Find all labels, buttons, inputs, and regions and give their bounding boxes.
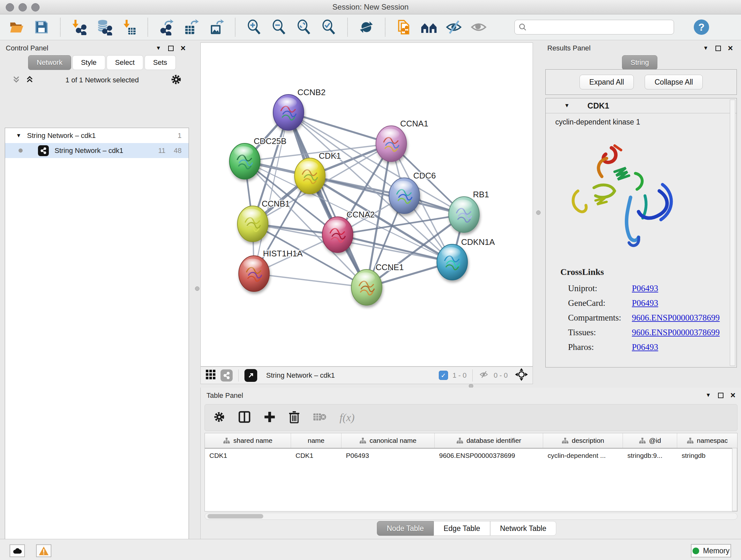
cell-name[interactable]: CDK1 [291, 449, 341, 462]
scrollbar-thumb[interactable] [207, 514, 263, 518]
maximize-panel-icon[interactable] [716, 46, 721, 51]
zoom-out-button[interactable] [271, 19, 287, 36]
tab-network[interactable]: Network [28, 55, 71, 70]
hide-selected-button[interactable] [446, 19, 462, 36]
table-row[interactable]: CDK1 CDK1 P06493 9606.ENSP00000378699 cy… [205, 449, 737, 462]
network-node-ccna1[interactable]: CCNA1 [376, 119, 428, 162]
help-button[interactable]: ? [694, 19, 709, 35]
column-header[interactable]: canonical name [341, 433, 434, 448]
network-node-cdc6[interactable]: CDC6 [389, 171, 436, 213]
expand-all-networks-icon[interactable] [12, 75, 20, 85]
crosslink-value[interactable]: P06493 [632, 296, 658, 310]
crosslink-value[interactable]: P06493 [632, 281, 658, 296]
network-node-hist1h1a[interactable]: HIST1H1A [239, 249, 303, 292]
tab-edge-table[interactable]: Edge Table [434, 521, 490, 536]
column-header[interactable]: description [543, 433, 623, 448]
crosslink-value[interactable]: P06493 [632, 340, 658, 354]
collapse-all-networks-icon[interactable] [25, 75, 34, 85]
birdseye-crosshair-icon[interactable] [515, 368, 528, 383]
column-header[interactable]: name [291, 433, 341, 448]
zoom-window-button[interactable] [31, 3, 40, 11]
warnings-button[interactable] [36, 544, 51, 557]
delete-column-trash-icon[interactable] [288, 411, 300, 425]
float-panel-icon[interactable]: ▼ [156, 45, 161, 51]
memory-button[interactable]: Memory [691, 544, 731, 557]
apply-layout-button[interactable] [358, 19, 375, 36]
tab-sets[interactable]: Sets [145, 55, 176, 70]
show-all-button[interactable] [470, 19, 487, 36]
node-label: CCNA2 [347, 210, 375, 219]
float-panel-icon[interactable]: ▼ [703, 45, 709, 51]
left-splitter-handle[interactable] [195, 287, 199, 291]
network-node-rb1[interactable]: RB1 [449, 190, 489, 233]
crosslink-value[interactable]: 9606.ENSP00000378699 [632, 325, 720, 340]
birdseye-grid-icon[interactable] [205, 369, 216, 382]
cell-namespace[interactable]: stringdb [677, 449, 737, 462]
network-collection-row[interactable]: ▼ String Network – cdk1 1 [5, 128, 189, 143]
minimize-window-button[interactable] [18, 3, 27, 11]
open-in-new-window-icon[interactable] [245, 369, 257, 382]
cdk1-section-header[interactable]: ▼ CDK1 [546, 98, 737, 113]
crosslink-value[interactable]: 9606.ENSP00000378699 [632, 310, 720, 325]
cell-id[interactable]: stringdb:9... [623, 449, 677, 462]
first-neighbors-button[interactable] [421, 19, 437, 36]
tab-style[interactable]: Style [72, 55, 105, 70]
network-node-cdkn1a[interactable]: CDKN1A [437, 237, 495, 280]
results-vertical-scrollbar[interactable] [730, 100, 735, 366]
export-network-button[interactable] [158, 19, 175, 36]
column-header[interactable]: @id [623, 433, 677, 448]
right-splitter-handle[interactable] [536, 210, 541, 215]
network-options-gear-icon[interactable] [171, 74, 182, 86]
network-share-icon[interactable] [220, 369, 232, 381]
import-network-from-database-button[interactable] [96, 19, 112, 36]
zoom-selected-button[interactable] [320, 19, 337, 36]
close-panel-icon[interactable]: × [731, 393, 736, 398]
export-image-button[interactable] [208, 19, 225, 36]
tab-node-table[interactable]: Node Table [377, 521, 434, 536]
cell-canonical-name[interactable]: P06493 [341, 449, 434, 462]
create-column-plus-icon[interactable] [264, 411, 276, 424]
tab-select[interactable]: Select [107, 55, 143, 70]
expand-all-button[interactable]: Expand All [580, 75, 634, 89]
export-image-icon [208, 19, 225, 36]
column-header[interactable]: shared name [205, 433, 291, 448]
tab-network-table[interactable]: Network Table [490, 521, 556, 536]
network-node-ccnb1[interactable]: CCNB1 [238, 199, 290, 242]
network-node-cdk1[interactable]: CDK1 [294, 151, 341, 194]
float-panel-icon[interactable]: ▼ [705, 392, 711, 398]
table-settings-gear-icon[interactable] [213, 411, 225, 424]
string-network-graph[interactable]: CCNB2CCNA1CDC25BCDK1CDC6RB1CCNB1CCNA2CDK… [201, 43, 533, 366]
selected-checkbox-icon[interactable]: ✓ [439, 371, 448, 380]
hidden-eye-icon[interactable] [478, 370, 489, 381]
search-input[interactable] [527, 23, 665, 32]
network-node-ccnb2[interactable]: CCNB2 [273, 87, 326, 130]
maximize-panel-icon[interactable] [168, 46, 174, 51]
tab-string[interactable]: String [622, 55, 657, 70]
show-columns-icon[interactable] [238, 411, 251, 425]
zoom-in-button[interactable] [246, 19, 262, 36]
cell-shared-name[interactable]: CDK1 [205, 449, 291, 462]
collapse-all-button[interactable]: Collapse All [645, 75, 703, 89]
column-header[interactable]: database identifier [434, 433, 543, 448]
export-table-button[interactable] [183, 19, 200, 36]
section-collapse-icon[interactable]: ▼ [564, 103, 569, 109]
new-network-from-selection-button[interactable] [396, 19, 412, 36]
column-header[interactable]: namespac [677, 433, 737, 448]
close-panel-icon[interactable]: × [728, 46, 733, 51]
zoom-fit-button[interactable] [295, 19, 312, 36]
open-session-button[interactable] [8, 19, 25, 36]
maximize-panel-icon[interactable] [718, 393, 724, 398]
table-vertical-scrollbar[interactable] [732, 448, 737, 511]
collection-expander-icon[interactable]: ▼ [16, 132, 21, 139]
table-horizontal-scrollbar[interactable] [205, 513, 738, 520]
cloud-status-button[interactable] [10, 544, 25, 557]
cell-database-identifier[interactable]: 9606.ENSP00000378699 [434, 449, 543, 462]
import-table-button[interactable] [121, 19, 137, 36]
close-panel-icon[interactable]: × [181, 46, 186, 51]
close-window-button[interactable] [6, 3, 14, 11]
cell-description[interactable]: cyclin-dependent ... [543, 449, 623, 462]
network-row-selected[interactable]: String Network – cdk1 11 48 [5, 143, 189, 158]
import-network-button[interactable] [71, 19, 87, 36]
network-canvas[interactable]: CCNB2CCNA1CDC25BCDK1CDC6RB1CCNB1CCNA2CDK… [200, 43, 533, 367]
save-session-button[interactable] [33, 19, 50, 36]
